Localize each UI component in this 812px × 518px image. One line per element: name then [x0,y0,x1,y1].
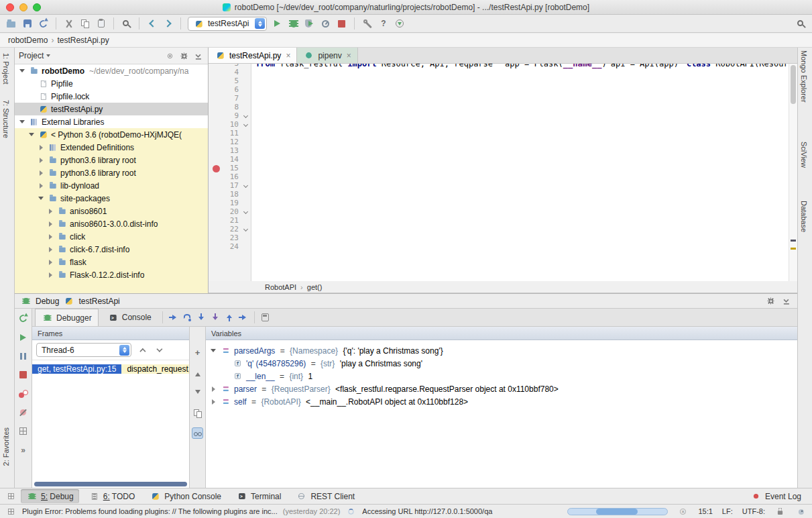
step-into-icon[interactable] [196,312,207,323]
project-tree-item[interactable]: aniso8601 [15,205,208,217]
frame-item[interactable]: get, testRestApi.py:15 [32,364,121,374]
paste-icon[interactable] [95,18,107,30]
step-out-icon[interactable] [224,312,235,323]
chevron-down-icon[interactable] [19,118,26,125]
chevron-right-icon[interactable] [210,385,217,393]
update-icon[interactable] [394,18,405,30]
chevron-right-icon[interactable] [38,182,45,189]
window-switcher-icon[interactable] [7,492,16,501]
debugger-tab-console[interactable]: Console [101,309,158,326]
previous-frame-icon[interactable] [138,346,148,355]
profiler-icon[interactable] [320,18,331,30]
copy-value-icon[interactable] [192,407,203,419]
status-plugin-error[interactable]: Plugin Error: Problems found loading plu… [22,507,278,515]
close-tab-icon[interactable]: × [286,51,290,60]
editor[interactable]: 3456789101112131415161718192021222324 fr… [209,64,797,281]
copy-icon[interactable] [79,18,91,30]
chevron-right-icon[interactable] [38,156,45,164]
chevron-right-icon[interactable] [47,220,54,227]
debug-icon[interactable] [288,18,299,30]
tool-window-button-2-favorites[interactable]: 2: Favorites [2,427,10,466]
tool-window-button-5-debug[interactable]: 5: Debug [21,489,79,503]
project-tree-item[interactable]: lib-dynload [15,179,208,192]
minimize-window-button[interactable] [19,3,27,11]
project-tree-item[interactable]: flask [15,256,208,268]
tool-window-button-terminal[interactable]: Terminal [231,489,286,503]
variable-row[interactable]: parser = {RequestParser} <flask_restful.… [206,382,797,395]
chevron-down-icon[interactable] [28,131,36,138]
line-separator[interactable]: LF: [722,507,733,515]
close-tab-icon[interactable]: × [347,51,351,60]
project-tree-item[interactable]: < Python 3.6 (robotDemo-HXjMJQE( [15,128,208,141]
editor-gutter[interactable]: 3456789101112131415161718192021222324 [209,64,251,281]
help-icon[interactable] [378,18,389,30]
cancel-icon[interactable] [679,507,688,516]
run-config-selector[interactable]: testRestApi [188,17,267,31]
error-stripe-mark[interactable] [791,240,796,242]
chevron-right-icon[interactable] [38,144,45,151]
chevron-down-icon[interactable] [210,347,217,354]
breadcrumb-item[interactable]: get() [307,283,323,291]
editor-scrollbar[interactable] [789,64,797,281]
file-encoding[interactable]: UTF-8: [742,507,765,515]
tool-window-button-7-structure[interactable]: 7: Structure [2,100,10,138]
debugger-tab-debugger[interactable]: Debugger [35,309,99,326]
lock-icon[interactable] [776,507,785,516]
tool-window-button-mongo-explorer[interactable]: Mongo Explorer [800,50,808,103]
project-tree-item[interactable]: Flask-0.12.2.dist-info [15,268,208,281]
chevron-right-icon[interactable] [210,398,217,405]
hide-panel-icon[interactable] [782,297,791,306]
back-icon[interactable] [146,18,158,30]
find-icon[interactable] [121,18,132,30]
run-icon[interactable] [272,18,283,30]
project-tree[interactable]: robotDemo~/dev/dev_root/company/naPipfil… [15,64,208,293]
breadcrumb-item[interactable]: robotDemo [8,36,48,45]
stop-icon[interactable] [336,18,347,30]
rerun-icon[interactable] [17,313,29,324]
frames-scrollbar[interactable] [34,482,187,486]
save-all-icon[interactable] [21,18,33,30]
project-tree-item[interactable]: robotDemo~/dev/dev_root/company/na [15,64,208,77]
close-window-button[interactable] [6,3,14,11]
chevron-right-icon[interactable] [47,271,54,278]
gear-icon[interactable] [180,51,189,60]
project-tree-item[interactable]: click-6.7.dist-info [15,243,208,256]
project-tree-item[interactable]: testRestApi.py [15,103,208,115]
tool-window-button-python-console[interactable]: Python Console [144,489,227,503]
tool-window-button-database[interactable]: Database [800,201,808,232]
pause-icon[interactable] [17,350,29,362]
chevron-right-icon[interactable] [47,258,54,266]
project-tree-item[interactable]: Extended Definitions [15,141,208,154]
chevron-right-icon[interactable] [47,207,54,215]
project-tree-item[interactable]: External Libraries [15,115,208,128]
project-tree-item[interactable]: Pipfile.lock [15,90,208,103]
breakpoint-icon[interactable] [213,165,220,172]
cut-icon[interactable] [63,18,74,30]
breadcrumb-item[interactable]: testRestApi.py [57,36,109,45]
settings-gear-icon[interactable] [766,297,776,306]
titlebar[interactable]: robotDemo [~/dev/dev_root/company/naturl… [0,0,812,15]
open-icon[interactable] [5,18,17,30]
chevron-down-icon[interactable] [38,195,45,202]
hide-panel-icon[interactable] [194,51,203,60]
mute-breakpoints-icon[interactable] [17,407,29,418]
wrench-icon[interactable] [361,18,373,30]
project-tree-item[interactable]: site-packages [15,192,208,205]
hector-icon[interactable] [797,507,806,516]
move-down-icon[interactable] [192,387,203,399]
show-execution-point-icon[interactable] [168,312,179,323]
tool-window-button-6-todo[interactable]: 6: TODO [83,489,141,503]
chevron-right-icon[interactable] [47,233,54,240]
sync-icon[interactable] [38,18,49,30]
run-to-cursor-icon[interactable] [238,312,249,323]
search-everywhere-icon[interactable] [795,18,807,30]
editor-tab-pipenv[interactable]: pipenv× [297,48,357,63]
code-area[interactable]: from flask_restful import Resource, Api,… [251,64,789,281]
stop-debug-icon[interactable] [17,369,29,380]
frame-item[interactable]: dispatch_request, __init__.py:59 [121,364,189,374]
move-up-icon[interactable] [192,367,203,378]
tool-window-button-rest-client[interactable]: REST Client [290,489,360,503]
chevron-down-icon[interactable] [19,67,26,74]
chevron-right-icon[interactable] [38,169,45,176]
variable-row[interactable]: self = {RobotAPI} <__main__.RobotAPI obj… [206,395,797,408]
